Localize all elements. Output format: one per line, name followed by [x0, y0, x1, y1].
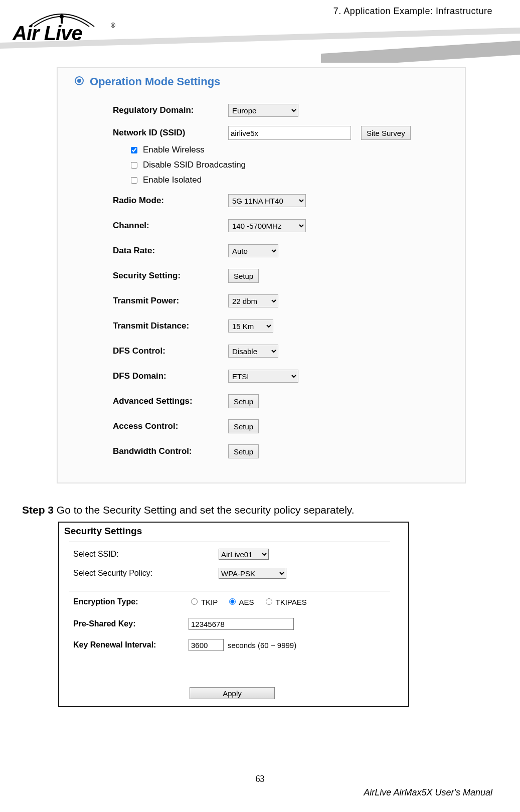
dfs-control-select[interactable]: Disable: [228, 345, 278, 358]
regulatory-domain-select[interactable]: Europe: [228, 104, 298, 117]
security-setting-label: Security Setting:: [113, 271, 228, 281]
site-survey-button[interactable]: Site Survey: [361, 126, 411, 140]
select-policy-label: Select Security Policy:: [73, 569, 219, 578]
select-policy-select[interactable]: WPA-PSK: [219, 568, 286, 579]
enc-tkip-option[interactable]: TKIP: [189, 597, 218, 606]
ssid-input[interactable]: [228, 126, 351, 140]
security-setup-button[interactable]: Setup: [228, 269, 259, 283]
enc-aes-option[interactable]: AES: [227, 597, 254, 606]
step3-label: Step 3: [22, 504, 54, 516]
advanced-settings-label: Advanced Settings:: [113, 396, 228, 406]
regulatory-domain-label: Regulatory Domain:: [113, 105, 228, 115]
enc-tkip-label: TKIP: [201, 598, 218, 606]
psk-input[interactable]: [189, 618, 294, 630]
access-control-label: Access Control:: [113, 421, 228, 431]
data-rate-select[interactable]: Auto: [228, 244, 278, 257]
dfs-domain-select[interactable]: ETSI: [228, 370, 298, 383]
channel-label: Channel:: [113, 221, 228, 231]
key-renewal-label: Key Renewal Interval:: [73, 640, 189, 649]
disable-ssid-broadcast-label: Disable SSID Broadcasting: [143, 160, 246, 170]
transmit-power-label: Transmit Power:: [113, 296, 228, 306]
transmit-distance-select[interactable]: 15 Km: [228, 319, 273, 333]
enc-tkipaes-option[interactable]: TKIPAES: [263, 597, 307, 606]
enable-wireless-label: Enable Wireless: [143, 145, 205, 155]
dfs-control-label: DFS Control:: [113, 346, 228, 356]
enc-aes-radio[interactable]: [229, 598, 236, 605]
logo-text: Air Live: [13, 22, 82, 45]
bandwidth-control-label: Bandwidth Control:: [113, 446, 228, 456]
channel-select[interactable]: 140 -5700MHz: [228, 219, 306, 232]
footer-manual-title: AirLive AirMax5X User's Manual: [364, 787, 492, 798]
panel-title: Operation Mode Settings: [90, 75, 220, 88]
advanced-setup-button[interactable]: Setup: [228, 394, 259, 408]
transmit-power-select[interactable]: 22 dbm: [228, 294, 278, 307]
step3-text: Go to the Security Setting and set the s…: [54, 504, 355, 516]
enc-aes-label: AES: [239, 598, 254, 606]
security-settings-panel: Security Settings Select SSID: AirLive01…: [58, 522, 409, 707]
enable-isolated-checkbox[interactable]: [131, 177, 137, 184]
security-settings-title: Security Settings: [64, 526, 142, 537]
svg-point-5: [77, 79, 81, 83]
dfs-domain-label: DFS Domain:: [113, 371, 228, 381]
radio-mode-select[interactable]: 5G 11NA HT40: [228, 194, 306, 207]
data-rate-label: Data Rate:: [113, 246, 228, 256]
operation-mode-panel: Operation Mode Settings Regulatory Domai…: [57, 67, 466, 483]
apply-button[interactable]: Apply: [190, 687, 275, 699]
header-section-title: 7. Application Example: Infrastructure: [333, 6, 492, 17]
transmit-distance-label: Transmit Distance:: [113, 321, 228, 331]
select-ssid-label: Select SSID:: [73, 550, 219, 559]
enc-tkipaes-label: TKIPAES: [276, 598, 307, 606]
enc-tkipaes-radio[interactable]: [266, 598, 272, 605]
enc-tkip-radio[interactable]: [191, 598, 198, 605]
bullet-icon: [75, 76, 84, 85]
bandwidth-control-setup-button[interactable]: Setup: [228, 444, 259, 458]
logo-trademark: ®: [111, 22, 115, 29]
select-ssid-select[interactable]: AirLive01: [219, 549, 269, 560]
enable-wireless-checkbox[interactable]: [131, 147, 137, 153]
disable-ssid-broadcast-checkbox[interactable]: [131, 162, 137, 169]
access-control-setup-button[interactable]: Setup: [228, 419, 259, 433]
svg-marker-3: [321, 41, 520, 63]
key-renewal-input[interactable]: [189, 639, 224, 651]
psk-label: Pre-Shared Key:: [73, 619, 189, 628]
ssid-label: Network ID (SSID): [113, 128, 228, 138]
radio-mode-label: Radio Mode:: [113, 196, 228, 206]
brand-logo: Air Live ®: [13, 10, 123, 45]
encryption-type-label: Encryption Type:: [73, 597, 189, 606]
enable-isolated-label: Enable Isolated: [143, 175, 202, 185]
page-number: 63: [0, 774, 520, 784]
key-renewal-unit: seconds (60 ~ 9999): [228, 641, 296, 649]
step3-caption: Step 3 Go to the Security Setting and se…: [22, 504, 355, 516]
